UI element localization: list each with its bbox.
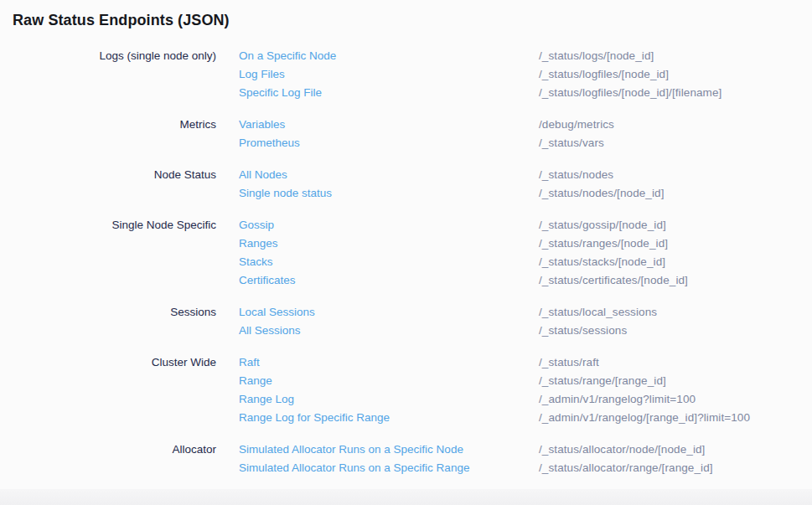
endpoint-link[interactable]: Specific Log File <box>239 84 539 102</box>
endpoint-row: Simulated Allocator Runs on a Specific N… <box>239 441 812 459</box>
endpoint-row: Prometheus /_status/vars <box>239 134 812 152</box>
endpoint-row: Range Log for Specific Range /_admin/v1/… <box>239 409 812 427</box>
category-label: Allocator <box>0 441 216 477</box>
endpoint-row: Stacks /_status/stacks/[node_id] <box>239 253 812 271</box>
endpoint-row: Specific Log File /_status/logfiles/[nod… <box>239 84 812 102</box>
endpoint-group: Logs (single node only) On a Specific No… <box>0 47 812 102</box>
endpoint-link[interactable]: Raft <box>239 353 539 372</box>
endpoint-path: /_status/ranges/[node_id] <box>539 234 668 253</box>
category-label: Logs (single node only) <box>0 47 216 102</box>
endpoint-path: /_status/local_sessions <box>539 303 657 322</box>
endpoint-path: /_status/range/[range_id] <box>539 372 666 390</box>
endpoint-link[interactable]: Simulated Allocator Runs on a Specific R… <box>239 459 539 477</box>
endpoint-group: Sessions Local Sessions /_status/local_s… <box>0 303 812 340</box>
endpoint-path: /debug/metrics <box>539 116 614 134</box>
endpoint-link[interactable]: Gossip <box>239 216 539 234</box>
endpoint-row: Certificates /_status/certificates/[node… <box>239 271 812 290</box>
endpoint-row: Local Sessions /_status/local_sessions <box>239 303 812 322</box>
endpoint-path: /_status/logfiles/[node_id]/[filename] <box>539 84 721 102</box>
endpoint-path: /_admin/v1/rangelog/[range_id]?limit=100 <box>539 409 750 427</box>
category-label: Single Node Specific <box>0 216 216 290</box>
endpoint-link[interactable]: Range <box>239 372 539 390</box>
endpoint-row: All Nodes /_status/nodes <box>239 166 812 184</box>
endpoint-group: Single Node Specific Gossip /_status/gos… <box>0 216 812 290</box>
endpoint-link[interactable]: Log Files <box>239 65 539 84</box>
endpoint-path: /_status/logfiles/[node_id] <box>539 65 669 84</box>
endpoint-link[interactable]: Certificates <box>239 271 539 290</box>
endpoint-path: /_status/allocator/node/[node_id] <box>539 441 705 459</box>
endpoint-row: Range Log /_admin/v1/rangelog?limit=100 <box>239 390 812 409</box>
endpoint-link[interactable]: Variables <box>239 116 539 134</box>
endpoint-group: Allocator Simulated Allocator Runs on a … <box>0 441 812 477</box>
endpoint-row: Simulated Allocator Runs on a Specific R… <box>239 459 812 477</box>
endpoint-row: Raft /_status/raft <box>239 353 812 372</box>
endpoint-path: /_admin/v1/rangelog?limit=100 <box>539 390 696 409</box>
entry-list: Variables /debug/metrics Prometheus /_st… <box>216 116 812 152</box>
endpoint-row: Ranges /_status/ranges/[node_id] <box>239 234 812 253</box>
entry-list: Gossip /_status/gossip/[node_id] Ranges … <box>216 216 812 290</box>
endpoint-path: /_status/raft <box>539 353 599 372</box>
endpoint-path: /_status/logs/[node_id] <box>539 47 654 65</box>
category-label: Sessions <box>0 303 216 340</box>
entry-list: Raft /_status/raft Range /_status/range/… <box>216 353 812 427</box>
endpoint-path: /_status/nodes/[node_id] <box>539 184 665 203</box>
endpoint-path: /_status/gossip/[node_id] <box>539 216 666 234</box>
endpoint-link[interactable]: Single node status <box>239 184 539 203</box>
endpoint-link[interactable]: All Nodes <box>239 166 539 184</box>
endpoint-link[interactable]: Ranges <box>239 234 539 253</box>
footer-strip <box>0 489 812 505</box>
endpoint-path: /_status/vars <box>539 134 604 152</box>
entry-list: On a Specific Node /_status/logs/[node_i… <box>216 47 812 102</box>
endpoint-link[interactable]: Prometheus <box>239 134 539 152</box>
endpoint-link[interactable]: On a Specific Node <box>239 47 539 65</box>
endpoint-groups: Logs (single node only) On a Specific No… <box>0 47 812 477</box>
endpoint-path: /_status/certificates/[node_id] <box>539 271 688 290</box>
endpoint-group: Node Status All Nodes /_status/nodes Sin… <box>0 166 812 203</box>
endpoint-link[interactable]: Simulated Allocator Runs on a Specific N… <box>239 441 539 459</box>
entry-list: Simulated Allocator Runs on a Specific N… <box>216 441 812 477</box>
endpoint-row: Range /_status/range/[range_id] <box>239 372 812 390</box>
debug-endpoints-page: Raw Status Endpoints (JSON) Logs (single… <box>0 0 812 505</box>
endpoint-row: Log Files /_status/logfiles/[node_id] <box>239 65 812 84</box>
category-label: Cluster Wide <box>0 353 216 427</box>
endpoint-link[interactable]: All Sessions <box>239 322 539 340</box>
entry-list: Local Sessions /_status/local_sessions A… <box>216 303 812 340</box>
entry-list: All Nodes /_status/nodes Single node sta… <box>216 166 812 203</box>
endpoint-row: On a Specific Node /_status/logs/[node_i… <box>239 47 812 65</box>
endpoint-link[interactable]: Range Log <box>239 390 539 409</box>
endpoint-group: Cluster Wide Raft /_status/raft Range /_… <box>0 353 812 427</box>
endpoint-path: /_status/stacks/[node_id] <box>539 253 665 271</box>
category-label: Metrics <box>0 116 216 152</box>
endpoint-link[interactable]: Stacks <box>239 253 539 271</box>
endpoint-row: Gossip /_status/gossip/[node_id] <box>239 216 812 234</box>
category-label: Node Status <box>0 166 216 203</box>
page-title: Raw Status Endpoints (JSON) <box>0 0 812 29</box>
endpoint-path: /_status/sessions <box>539 322 627 340</box>
endpoint-path: /_status/nodes <box>539 166 613 184</box>
endpoint-link[interactable]: Local Sessions <box>239 303 539 322</box>
endpoint-link[interactable]: Range Log for Specific Range <box>239 409 539 427</box>
endpoint-path: /_status/allocator/range/[range_id] <box>539 459 713 477</box>
endpoint-row: All Sessions /_status/sessions <box>239 322 812 340</box>
endpoint-row: Variables /debug/metrics <box>239 116 812 134</box>
endpoint-group: Metrics Variables /debug/metrics Prometh… <box>0 116 812 152</box>
endpoint-row: Single node status /_status/nodes/[node_… <box>239 184 812 203</box>
